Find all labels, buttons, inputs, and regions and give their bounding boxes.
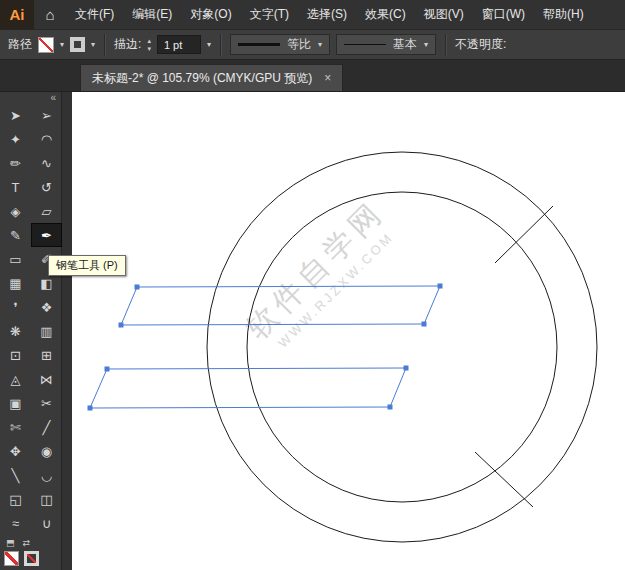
opacity-label: 不透明度: [455, 36, 506, 53]
anchor-point[interactable] [88, 406, 93, 411]
illustrator-window: Ai ⌂ 文件(F)编辑(E)对象(O)文字(T)选择(S)效果(C)视图(V)… [0, 0, 625, 570]
scale-tool[interactable]: ◱ [0, 487, 31, 511]
width-profile-dropdown[interactable]: 等比 ▾ [230, 34, 330, 55]
reflect-tool[interactable]: ◫ [31, 487, 62, 511]
artwork-tick-line[interactable] [495, 206, 553, 263]
color-controls: ⬒ ⇄ [0, 535, 61, 570]
selected-parallelogram-path[interactable] [90, 368, 406, 408]
artboard-tool[interactable]: ▣ [0, 391, 31, 415]
symbol-sprayer-tool-icon: ❋ [10, 324, 21, 339]
stroke-color-indicator-swatch[interactable] [24, 551, 39, 566]
anchor-point[interactable] [438, 284, 443, 289]
separator [104, 34, 105, 56]
artwork-circle[interactable] [207, 152, 597, 542]
line-segment-tool[interactable]: ╲ [0, 463, 31, 487]
anchor-point[interactable] [388, 405, 393, 410]
smooth-tool[interactable]: ≈ [0, 511, 31, 535]
pen-tool[interactable]: ✒ [31, 223, 62, 247]
magic-wand-tool[interactable]: ✦ [0, 127, 31, 151]
anchor-point[interactable] [119, 323, 124, 328]
menu-object[interactable]: 对象(O) [181, 0, 240, 29]
stepper-up-icon[interactable]: ▴ [147, 37, 151, 45]
menu-effect[interactable]: 效果(C) [356, 0, 415, 29]
lasso-tool[interactable]: ◠ [31, 127, 62, 151]
width-profile-value: 等比 [287, 36, 311, 53]
width-profile-preview-icon [238, 43, 280, 46]
brush-definition-dropdown[interactable]: 基本 ▾ [336, 34, 436, 55]
stroke-caret-icon[interactable]: ▾ [91, 41, 95, 49]
default-colors-icon[interactable]: ⬒ [6, 538, 15, 548]
hand-tool[interactable]: ✥ [0, 439, 31, 463]
selected-parallelogram-path[interactable] [121, 286, 440, 325]
stroke-color-swatch[interactable] [70, 37, 85, 52]
artwork-svg [72, 92, 625, 570]
zoom-tool[interactable]: ◉ [31, 439, 62, 463]
main-area: « ➤➢✦◠✏∿T↺◈▱✎✒▭✐▦◧❜❖❋▥⊡⊞◬⋈▣✂✄╱✥◉╲◡◱◫≈∪ ⬒… [0, 92, 625, 570]
anchor-point[interactable] [105, 367, 110, 372]
menu-select[interactable]: 选择(S) [298, 0, 356, 29]
selection-type-label: 路径 [8, 36, 32, 53]
document-tab[interactable]: 未标题-2* @ 105.79% (CMYK/GPU 预览) × [80, 64, 343, 91]
slice-tool[interactable]: ✂ [31, 391, 62, 415]
paintbrush-tool[interactable]: ✏ [0, 151, 31, 175]
stroke-weight-field[interactable]: 1 pt [157, 35, 201, 54]
free-transform-tool[interactable]: ⊡ [0, 343, 31, 367]
menu-window[interactable]: 窗口(W) [473, 0, 534, 29]
stroke-weight-label: 描边: [114, 36, 141, 53]
type-tool[interactable]: T [0, 175, 31, 199]
perspective-grid-tool-icon: ◬ [11, 372, 21, 387]
type-tool-icon: T [12, 180, 20, 195]
fill-color-swatch[interactable] [4, 551, 19, 566]
rotate-tool[interactable]: ↺ [31, 175, 62, 199]
stroke-weight-stepper[interactable]: ▴ ▾ [147, 37, 151, 52]
menu-help[interactable]: 帮助(H) [534, 0, 593, 29]
anchor-point[interactable] [422, 322, 427, 327]
artwork-tick-line[interactable] [475, 452, 533, 507]
curvature-tool[interactable]: ∿ [31, 151, 62, 175]
rectangle-tool[interactable]: ▭ [0, 247, 31, 271]
document-tab-title: 未标题-2* @ 105.79% (CMYK/GPU 预览) [92, 70, 312, 87]
menu-type[interactable]: 文字(T) [241, 0, 298, 29]
shear-tool[interactable]: ▱ [31, 199, 62, 223]
artboard-canvas[interactable]: 软件自学网 WWW.RJZXW.COM [72, 92, 625, 570]
width-tool-icon: ⋈ [40, 372, 53, 387]
smooth-tool-icon: ≈ [12, 516, 19, 531]
brush-preview-icon [344, 44, 386, 45]
selection-tool[interactable]: ➤ [0, 103, 31, 127]
symbol-sprayer-tool[interactable]: ❋ [0, 319, 31, 343]
swap-colors-icon[interactable]: ⇄ [23, 538, 31, 548]
mesh-tool[interactable]: ▦ [0, 271, 31, 295]
rectangle-tool-icon: ▭ [9, 252, 21, 267]
artwork-circle[interactable] [247, 192, 557, 502]
menu-view[interactable]: 视图(V) [415, 0, 473, 29]
arc-tool[interactable]: ◡ [31, 463, 62, 487]
eraser-tool[interactable]: ◈ [0, 199, 31, 223]
perspective-grid-tool[interactable]: ◬ [0, 367, 31, 391]
width-tool[interactable]: ⋈ [31, 367, 62, 391]
separator [445, 34, 446, 56]
anchor-point[interactable] [135, 285, 140, 290]
shaper-tool[interactable]: ✎ [0, 223, 31, 247]
menu-edit[interactable]: 编辑(E) [123, 0, 181, 29]
app-logo: Ai [0, 0, 34, 29]
stroke-weight-caret-icon[interactable]: ▾ [207, 41, 211, 49]
shape-builder-tool[interactable]: ⊞ [31, 343, 62, 367]
line-segment-tool-icon: ╲ [12, 468, 20, 483]
fill-caret-icon[interactable]: ▾ [60, 41, 64, 49]
column-graph-tool[interactable]: ▥ [31, 319, 62, 343]
fill-none-swatch[interactable] [38, 37, 54, 53]
shaper-tool-icon: ✎ [10, 228, 21, 243]
anchor-point[interactable] [404, 366, 409, 371]
menu-file[interactable]: 文件(F) [66, 0, 123, 29]
eyedropper-tool[interactable]: ❜ [0, 295, 31, 319]
artboard-tool-icon: ▣ [9, 396, 21, 411]
scissors-tool[interactable]: ✄ [0, 415, 31, 439]
tab-close-icon[interactable]: × [324, 71, 331, 85]
collapse-panel-icon[interactable]: « [50, 92, 56, 103]
stepper-down-icon[interactable]: ▾ [147, 45, 151, 53]
direct-selection-tool[interactable]: ➢ [31, 103, 62, 127]
knife-tool[interactable]: ╱ [31, 415, 62, 439]
join-tool[interactable]: ∪ [31, 511, 62, 535]
home-icon[interactable]: ⌂ [34, 6, 66, 23]
blend-tool[interactable]: ❖ [31, 295, 62, 319]
